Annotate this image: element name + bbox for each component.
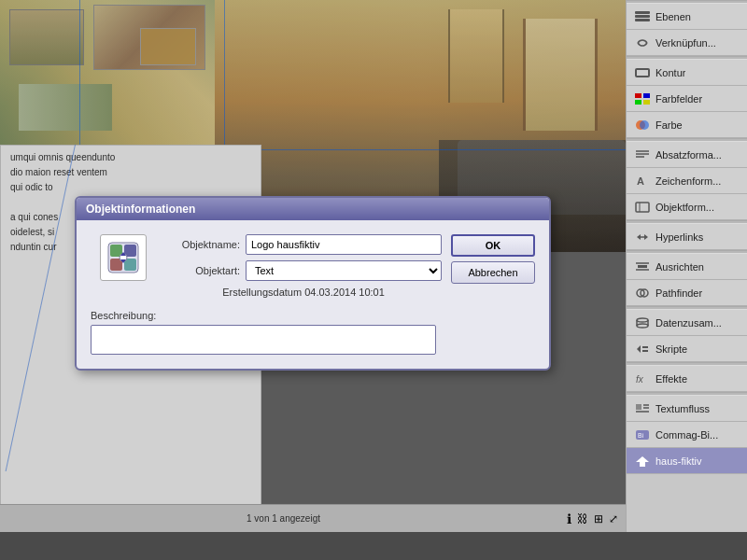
align-icon [634,260,651,273]
svg-text:A: A [637,175,644,187]
sidebar-item-absatzformat[interactable]: Absatzforma... [627,142,747,168]
pathfinder-icon [634,287,651,300]
ok-button[interactable]: OK [451,234,535,257]
sidebar-label-zeichenformat: Zeichenform... [655,175,721,187]
sidebar-label-farbe: Farbe [655,119,683,131]
sidebar-label-farbfelder: Farbfelder [655,93,702,105]
sidebar-item-verknuepfungen[interactable]: Verknüpfun... [627,30,747,56]
erstellungsdatum-label: Erstellungsdatum [222,287,302,298]
erstellungsdatum-row: Erstellungsdatum 04.03.2014 10:01 [165,287,442,298]
objektname-input[interactable] [246,234,442,255]
sidebar-item-commag[interactable]: Bi Commag-Bi... [627,422,747,448]
sidebar-item-pathfinder[interactable]: Pathfinder [627,280,747,306]
dialog-icon-area [91,234,156,281]
svg-rect-38 [636,404,641,410]
effects-icon: fx [634,372,651,385]
objektart-select[interactable]: Text [246,260,442,281]
sidebar-label-skripte: Skripte [655,343,687,355]
sidebar-item-ausrichten[interactable]: Ausrichten [627,254,747,280]
svg-rect-12 [635,93,641,98]
cancel-button[interactable]: Abbrechen [451,261,535,284]
sidebar-label-ebenen: Ebenen [655,11,691,22]
link-icon [634,36,651,49]
layers-icon [634,10,651,23]
sidebar-label-objektformat: Objektform... [655,202,714,213]
svg-rect-22 [636,203,649,212]
dialog-main-row: Objektname: Objektart: Text [91,234,535,305]
objektname-row: Objektname: [165,234,442,255]
svg-rect-14 [635,100,641,105]
character-icon: A [634,175,651,188]
app-icon [106,241,140,274]
hyperlinks-icon [634,231,651,244]
sidebar-item-skripte[interactable]: Skripte [627,336,747,362]
color-icon [634,119,651,132]
dialog-buttons: OK Abbrechen [451,234,535,284]
sidebar-item-hyperlinks[interactable]: Hyperlinks [627,224,747,250]
svg-rect-9 [635,15,650,18]
svg-point-17 [640,120,649,130]
beschreibung-label: Beschreibung: [91,310,535,321]
svg-point-30 [637,318,648,322]
sidebar-label-hyperlinks: Hyperlinks [655,231,703,243]
sidebar-label-effekte: Effekte [655,373,687,385]
paragraph-icon [634,148,651,161]
sidebar-item-effekte[interactable]: fx Effekte [627,366,747,392]
svg-point-33 [637,324,648,328]
commag-icon: Bi [634,428,651,441]
dialog-objektinformationen: Objektinformationen [75,196,551,371]
dialog-titlebar: Objektinformationen [77,198,549,220]
sidebar-label-ausrichten: Ausrichten [655,261,704,273]
canvas-area: umqui omnis queendunto dio maion reset v… [0,0,626,532]
scripts-icon [634,343,651,356]
swatches-icon [634,92,651,105]
dialog-icon-box [100,234,147,281]
dialog-title: Objektinformationen [86,203,195,216]
sidebar-item-kontur[interactable]: Kontur [627,60,747,86]
svg-rect-26 [638,265,647,268]
objektart-select-wrapper: Text [246,260,442,281]
svg-rect-10 [635,19,650,21]
svg-marker-34 [637,345,641,353]
sidebar-label-hausfiktiv: haus-fiktiv [655,455,702,467]
sidebar-item-ebenen[interactable]: Ebenen [627,4,747,30]
sidebar-item-hausfiktiv[interactable]: haus-fiktiv [627,448,747,474]
svg-rect-13 [643,93,650,98]
svg-text:Bi: Bi [638,432,644,439]
objektart-label: Objektart: [165,265,240,276]
dialog-fields: Objektname: Objektart: Text [165,234,442,305]
stroke-icon [634,66,651,79]
svg-rect-15 [643,100,650,105]
objektart-row: Objektart: Text [165,260,442,281]
beschreibung-input[interactable] [91,325,436,355]
svg-rect-11 [636,69,649,77]
data-icon [634,316,651,329]
sidebar: Ebenen Verknüpfun... Kontur Farbfelder F… [626,0,747,532]
sidebar-label-pathfinder: Pathfinder [655,287,702,299]
house-icon [634,455,651,468]
sidebar-label-absatzformat: Absatzforma... [655,149,722,161]
svg-text:fx: fx [636,374,644,385]
sidebar-item-textumfluss[interactable]: Textumfluss [627,396,747,422]
sidebar-label-commag: Commag-Bi... [655,429,718,441]
objektname-label: Objektname: [165,239,240,250]
textflow-icon [634,402,651,415]
sidebar-item-datenzusamm[interactable]: Datenzusam... [627,310,747,336]
svg-marker-44 [636,456,649,462]
svg-rect-45 [640,462,645,467]
beschreibung-section: Beschreibung: [91,310,535,355]
sidebar-item-farbfelder[interactable]: Farbfelder [627,86,747,112]
svg-rect-35 [642,346,648,348]
erstellungsdatum-value: 04.03.2014 10:01 [304,287,385,298]
object-icon [634,201,651,214]
svg-rect-8 [635,11,650,14]
dialog-content: Objektname: Objektart: Text [77,220,549,369]
sidebar-label-datenzusamm: Datenzusam... [655,317,722,329]
sidebar-label-verknuepfungen: Verknüpfun... [655,37,716,49]
sidebar-item-objektformat[interactable]: Objektform... [627,194,747,220]
sidebar-label-kontur: Kontur [655,67,685,78]
sidebar-label-textumfluss: Textumfluss [655,403,710,414]
sidebar-item-farbe[interactable]: Farbe [627,112,747,138]
sidebar-item-zeichenformat[interactable]: A Zeichenform... [627,168,747,194]
svg-rect-36 [642,350,648,352]
